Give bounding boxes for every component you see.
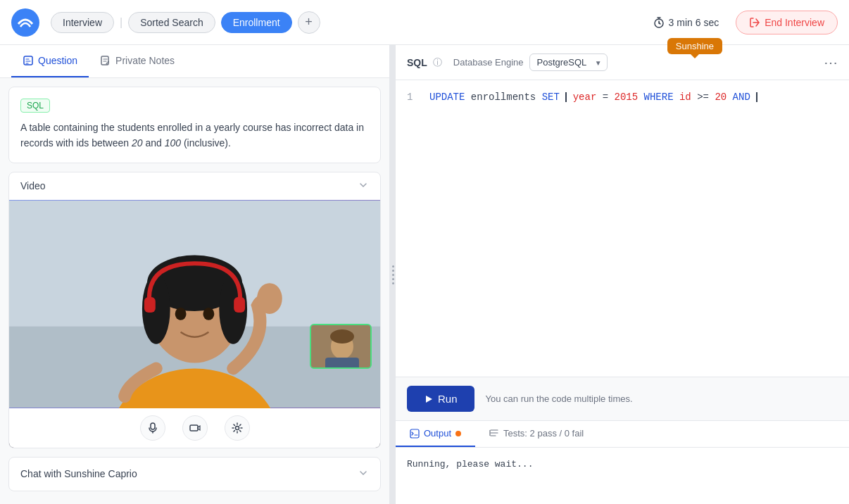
- sunshine-badge: Sunshine: [667, 38, 722, 54]
- svg-point-12: [175, 308, 187, 320]
- tests-icon: [489, 429, 499, 439]
- code-content: UPDATE enrollments SET year = 2015 WHERE…: [429, 92, 757, 103]
- db-engine-select[interactable]: PostgreSQL MySQL SQLite: [529, 53, 608, 71]
- divider-dot: [392, 278, 394, 280]
- add-tab-button[interactable]: +: [298, 11, 320, 34]
- run-hint: You can run the code multiple times.: [486, 393, 633, 404]
- chat-title: Chat with Sunshine Caprio: [20, 468, 137, 479]
- camera-button[interactable]: [182, 415, 208, 441]
- topnav: Interview | Sorted Search Enrollment + 3…: [0, 0, 849, 45]
- video-person-svg: [9, 200, 380, 408]
- panel-divider[interactable]: [390, 45, 396, 504]
- code-year-val: 2015: [615, 92, 639, 103]
- play-icon: [424, 394, 434, 404]
- tab-private-notes[interactable]: Private Notes: [89, 45, 186, 77]
- settings-button[interactable]: [225, 415, 250, 441]
- kw-and: AND: [733, 92, 750, 103]
- small-video: [310, 324, 372, 369]
- svg-point-13: [203, 308, 214, 320]
- svg-point-24: [235, 426, 239, 429]
- kw-set: SET: [542, 92, 560, 103]
- code-20: 20: [715, 92, 727, 103]
- db-engine-label: Database Engine: [453, 57, 524, 68]
- svg-point-16: [257, 283, 282, 314]
- output-tabs: Output Tests: 2 pass / 0 fail: [396, 421, 849, 448]
- sql-header: SQL ⓘ Database Engine PostgreSQL MySQL S…: [396, 45, 849, 80]
- exit-icon: [749, 17, 760, 28]
- tab-interview[interactable]: Interview: [51, 12, 114, 33]
- kw-year: year: [573, 92, 597, 103]
- svg-marker-25: [426, 396, 432, 403]
- terminal-icon: [410, 429, 420, 439]
- end-interview-button[interactable]: End Interview: [736, 11, 838, 34]
- svg-point-19: [330, 329, 354, 344]
- tab-enrollment[interactable]: Enrollment: [221, 12, 292, 33]
- divider-dot: [392, 274, 394, 276]
- line-number: 1: [407, 92, 418, 103]
- output-content: Running, please wait...: [396, 448, 849, 504]
- run-button[interactable]: Run: [407, 386, 474, 412]
- logo-icon: [11, 8, 39, 37]
- info-icon[interactable]: ⓘ: [433, 56, 442, 69]
- question-icon: [23, 55, 34, 66]
- kw-where: WHERE: [644, 92, 679, 103]
- db-engine-select-wrap: PostgreSQL MySQL SQLite: [529, 53, 608, 71]
- svg-rect-23: [190, 425, 198, 431]
- code-gte: >=: [697, 92, 715, 103]
- mic-button[interactable]: [140, 415, 165, 441]
- run-bar: Run You can run the code multiple times.: [396, 377, 849, 421]
- chat-collapse-button[interactable]: [358, 467, 369, 481]
- svg-rect-21: [151, 423, 155, 429]
- notes-icon: [100, 55, 111, 66]
- camera-icon: [189, 422, 201, 434]
- gear-icon: [232, 422, 243, 434]
- mic-icon: [147, 422, 158, 434]
- timer-icon: [653, 17, 665, 28]
- code-table: enrollments: [471, 92, 542, 103]
- svg-rect-20: [325, 358, 359, 369]
- cursor: [565, 92, 567, 103]
- svg-rect-14: [144, 297, 156, 313]
- divider-dot: [392, 270, 394, 272]
- video-controls: [9, 408, 380, 448]
- left-tabs: Question Private Notes: [0, 45, 389, 78]
- chevron-down-icon: [358, 179, 369, 191]
- small-video-person: [311, 325, 372, 369]
- video-container: [9, 200, 380, 448]
- left-panel: Question Private Notes SQL A table conta…: [0, 45, 390, 504]
- question-box: SQL A table containing the students enro…: [8, 87, 381, 163]
- tab-output[interactable]: Output: [396, 421, 475, 447]
- output-status-dot: [455, 431, 461, 436]
- more-options-button[interactable]: ⋯: [824, 54, 838, 71]
- kw-update: UPDATE: [429, 92, 465, 103]
- svg-rect-15: [234, 297, 245, 313]
- sql-label: SQL: [407, 57, 427, 68]
- tab-question[interactable]: Question: [11, 45, 89, 77]
- video-header: Video: [9, 172, 380, 200]
- question-text: A table containing the students enrolled…: [20, 120, 369, 151]
- output-text: Running, please wait...: [407, 459, 533, 470]
- video-title: Video: [20, 180, 46, 191]
- divider-dot: [392, 265, 394, 267]
- svg-rect-26: [410, 429, 419, 438]
- code-editor[interactable]: 1 UPDATE enrollments SET year = 2015 WHE…: [396, 80, 849, 377]
- chat-section: Chat with Sunshine Caprio: [8, 457, 381, 491]
- divider-dot: [392, 282, 394, 284]
- tab-tests[interactable]: Tests: 2 pass / 0 fail: [475, 421, 598, 447]
- video-collapse-button[interactable]: [358, 179, 369, 193]
- code-line-1: 1 UPDATE enrollments SET year = 2015 WHE…: [407, 92, 838, 103]
- code-cursor-end: [756, 92, 757, 103]
- kw-id: id: [679, 92, 691, 103]
- code-eq: =: [603, 92, 615, 103]
- right-panel: SQL ⓘ Database Engine PostgreSQL MySQL S…: [396, 45, 849, 504]
- chat-header: Chat with Sunshine Caprio: [9, 458, 380, 491]
- video-feed: [9, 200, 380, 408]
- video-section: Video: [8, 172, 381, 448]
- nav-divider: |: [120, 16, 122, 29]
- chat-chevron-icon: [358, 467, 369, 479]
- tab-sorted-search[interactable]: Sorted Search: [128, 12, 215, 33]
- sql-badge: SQL: [20, 99, 50, 113]
- timer-display: 3 min 6 sec: [653, 17, 719, 28]
